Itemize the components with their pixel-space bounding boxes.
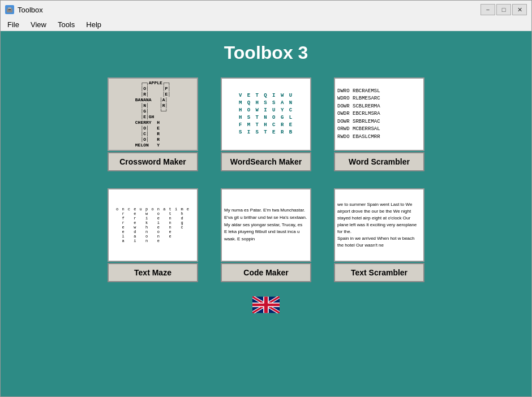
app-icon: [5, 5, 14, 14]
menu-view[interactable]: View: [26, 19, 51, 30]
uk-flag: [252, 296, 280, 313]
word-scrambler-card[interactable]: DWRO RBCRAEMSL WDRO RLBMESARC DOWR SCBLR…: [334, 77, 424, 171]
word-scrambler-label[interactable]: Word Scrambler: [334, 152, 424, 171]
crossword-maker-card[interactable]: ┌─┐APPLE┌─┐ │O│ │P│ │R│ │E│ BANANA │A│ │…: [108, 77, 198, 171]
main-content: Toolbox 3 ┌─┐APPLE┌─┐ │O│ │P│ │R│ │E│ BA…: [1, 31, 531, 396]
menu-file[interactable]: File: [3, 19, 24, 30]
svg-rect-11: [252, 304, 280, 307]
wordsearch-preview: V E T Q I W U M Q H S S A N H O W I U Y …: [221, 77, 311, 151]
wordsearch-maker-card[interactable]: V E T Q I W U M Q H S S A N H O W I U Y …: [221, 77, 311, 171]
code-maker-label[interactable]: Code Maker: [221, 263, 311, 282]
close-button[interactable]: ✕: [512, 4, 527, 15]
maximize-button[interactable]: □: [496, 4, 511, 15]
text-maze-label[interactable]: Text Maze: [108, 263, 198, 282]
menu-tools[interactable]: Tools: [53, 19, 79, 30]
code-maker-image: My numa es Patar. E'm twa Munchastar. E'…: [222, 205, 310, 245]
text-scrambler-label[interactable]: Text Scrambler: [334, 263, 424, 282]
tools-grid: ┌─┐APPLE┌─┐ │O│ │P│ │R│ │E│ BANANA │A│ │…: [108, 77, 424, 282]
word-scrambler-image: DWRO RBCRAEMSL WDRO RLBMESARC DOWR SCBLR…: [335, 84, 423, 145]
code-maker-preview: My numa es Patar. E'm twa Munchastar. E'…: [221, 188, 311, 262]
window-controls: − □ ✕: [480, 4, 527, 15]
crossword-image: ┌─┐APPLE┌─┐ │O│ │P│ │R│ │E│ BANANA │A│ │…: [133, 78, 173, 150]
app-title: Toolbox 3: [224, 42, 308, 63]
svg-rect-2: [8, 9, 11, 10]
code-maker-card[interactable]: My numa es Patar. E'm twa Munchastar. E'…: [221, 188, 311, 282]
menu-bar: File View Tools Help: [1, 19, 531, 31]
text-scrambler-preview: we to summer Spain went Last to We airpo…: [334, 188, 424, 262]
text-scrambler-image: we to summer Spain went Last to We airpo…: [335, 199, 423, 251]
word-scrambler-preview: DWRO RBCRAEMSL WDRO RLBMESARC DOWR SCBLR…: [334, 77, 424, 151]
wordsearch-maker-label[interactable]: WordSearch Maker: [221, 152, 311, 171]
menu-help[interactable]: Help: [81, 19, 106, 30]
title-bar-left: Toolbox: [5, 5, 43, 14]
main-window: Toolbox − □ ✕ File View Tools Help Toolb…: [0, 0, 532, 397]
flag-container: [252, 296, 280, 316]
text-scrambler-card[interactable]: we to summer Spain went Last to We airpo…: [334, 188, 424, 282]
text-maze-image: o n c e u p o n a t i m e r e w o t h f …: [115, 206, 191, 244]
window-title: Toolbox: [18, 6, 43, 14]
title-bar: Toolbox − □ ✕: [1, 1, 531, 19]
crossword-preview: ┌─┐APPLE┌─┐ │O│ │P│ │R│ │E│ BANANA │A│ │…: [108, 77, 198, 151]
wordsearch-image: V E T Q I W U M Q H S S A N H O W I U Y …: [237, 90, 295, 139]
text-maze-card[interactable]: o n c e u p o n a t i m e r e w o t h f …: [108, 188, 198, 282]
text-maze-preview: o n c e u p o n a t i m e r e w o t h f …: [108, 188, 198, 262]
svg-rect-1: [8, 7, 11, 9]
crossword-maker-label[interactable]: Crossword Maker: [108, 152, 198, 171]
minimize-button[interactable]: −: [480, 4, 495, 15]
